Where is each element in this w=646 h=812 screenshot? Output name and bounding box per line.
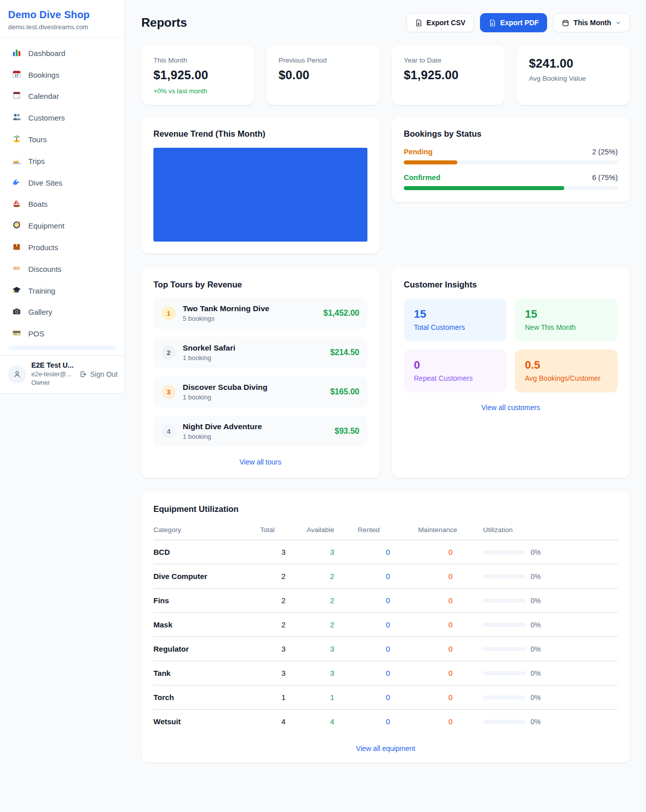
sidebar-item-label: Dashboard [28, 49, 65, 57]
tour-name: Discover Scuba Diving [183, 383, 267, 392]
tour-bookings: 5 bookings [183, 315, 270, 322]
tile-repeat-customers: 0 Repeat Customers [404, 350, 507, 392]
tour-amount: $93.50 [335, 427, 359, 436]
total-cell: 3 [260, 661, 307, 685]
table-row: Mask 2 2 0 0 0% [153, 613, 618, 637]
sidebar-item-dashboard[interactable]: Dashboard [4, 42, 121, 64]
tour-name: Two Tank Morning Dive [183, 304, 270, 313]
sidebar-item-training[interactable]: Training [4, 280, 121, 302]
total-cell: 3 [260, 637, 307, 661]
stat-card-avg-booking-value: $241.00 Avg Booking Value [517, 45, 630, 105]
tour-row[interactable]: 1 Two Tank Morning Dive 5 bookings $1,45… [153, 298, 367, 329]
tile-label: Total Customers [414, 323, 497, 331]
sidebar-item-partial-highlight[interactable] [8, 345, 117, 350]
table-row: Fins 2 2 0 0 0% [153, 589, 618, 613]
sidebar-item-equipment[interactable]: Equipment [4, 215, 121, 237]
sidebar-item-customers[interactable]: Customers [4, 107, 121, 129]
tile-label: New This Month [525, 323, 608, 331]
sidebar-item-pos[interactable]: POS [4, 323, 121, 344]
available-cell: 2 [307, 589, 358, 613]
sidebar-item-gallery[interactable]: Gallery [4, 302, 121, 323]
maintenance-cell: 0 [418, 589, 483, 613]
rank-badge: 1 [162, 306, 176, 320]
people-icon [12, 112, 21, 123]
period-dropdown[interactable]: This Month [553, 13, 630, 32]
wave-icon [12, 178, 21, 188]
stat-label: This Month [153, 56, 242, 64]
calendar-date-icon: 17 [12, 70, 21, 80]
maintenance-cell: 0 [418, 661, 483, 685]
sign-out-button[interactable]: Sign Out [79, 370, 118, 378]
sidebar-item-tours[interactable]: Tours [4, 129, 121, 150]
status-value: 2 (25%) [592, 148, 618, 156]
sidebar-item-dive-sites[interactable]: Dive Sites [4, 172, 121, 194]
available-cell: 3 [307, 637, 358, 661]
total-cell: 2 [260, 613, 307, 637]
column-header: Available [307, 522, 358, 540]
rented-cell: 0 [358, 589, 418, 613]
utilization-cell: 0% [483, 548, 618, 556]
stat-card-previous-period: Previous Period $0.00 [266, 45, 380, 105]
tile-value: 0.5 [525, 359, 608, 372]
stat-card-this-month: This Month $1,925.00 +0% vs last month [141, 45, 254, 105]
stat-value: $1,925.00 [404, 68, 493, 82]
sidebar-nav: Dashboard 17 Bookings Calendar Customers… [0, 38, 125, 350]
customer-insights-card: Customer Insights 15 Total Customers 15 … [392, 268, 630, 478]
tour-bookings: 1 booking [183, 354, 235, 362]
view-all-customers-link[interactable]: View all customers [404, 403, 618, 412]
top-tours-card: Top Tours by Revenue 1 Two Tank Morning … [141, 268, 380, 478]
utilization-cell: 0% [483, 621, 618, 629]
person-icon [13, 370, 22, 379]
export-pdf-button[interactable]: Export PDF [480, 13, 547, 32]
tile-value: 15 [525, 308, 608, 321]
tile-value: 15 [414, 308, 497, 321]
stat-cards: This Month $1,925.00 +0% vs last month P… [141, 45, 630, 105]
available-cell: 2 [307, 564, 358, 589]
available-cell: 1 [307, 685, 358, 710]
bookings-by-status-card: Bookings by Status Pending 2 (25%) Confi… [392, 117, 630, 202]
tour-row[interactable]: 3 Discover Scuba Diving 1 booking $165.0… [153, 376, 367, 408]
utilization-bar [483, 623, 525, 627]
equipment-utilization-card: Equipment Utilization Category Total Ava… [141, 492, 630, 763]
stat-value: $241.00 [529, 56, 618, 71]
tour-amount: $1,452.00 [324, 309, 359, 318]
maintenance-cell: 0 [418, 685, 483, 710]
revenue-trend-card: Revenue Trend (This Month) [141, 117, 380, 254]
sidebar-item-label: POS [28, 329, 44, 338]
sidebar-item-trips[interactable]: Trips [4, 150, 121, 172]
island-icon [12, 134, 21, 145]
customer-insights-title: Customer Insights [404, 280, 618, 289]
rank-badge: 4 [162, 424, 176, 438]
sidebar-item-label: Products [28, 243, 58, 252]
column-header: Maintenance [418, 522, 483, 540]
table-header-row: Category Total Available Rented Maintena… [153, 522, 618, 540]
tile-new-this-month: 15 New This Month [515, 299, 618, 341]
user-name: E2E Test U... [31, 361, 74, 370]
stat-label: Avg Booking Value [529, 75, 618, 82]
sidebar-item-boats[interactable]: Boats [4, 194, 121, 215]
total-cell: 4 [260, 710, 307, 734]
sidebar-item-label: Calendar [28, 92, 59, 100]
category-cell: Torch [153, 685, 260, 710]
sidebar-item-bookings[interactable]: 17 Bookings [4, 64, 121, 86]
utilization-value: 0% [530, 718, 541, 726]
svg-text:17: 17 [15, 73, 19, 78]
sidebar-item-label: Discounts [28, 265, 62, 273]
utilization-bar [483, 550, 525, 554]
sidebar-item-products[interactable]: Products [4, 237, 121, 258]
sidebar-item-calendar[interactable]: Calendar [4, 86, 121, 107]
total-cell: 3 [260, 540, 307, 564]
maintenance-cell: 0 [418, 540, 483, 564]
category-cell: Mask [153, 613, 260, 637]
sidebar-item-discounts[interactable]: Discounts [4, 258, 121, 280]
tour-row[interactable]: 4 Night Dive Adventure 1 booking $93.50 [153, 416, 367, 447]
stat-card-year-to-date: Year to Date $1,925.00 [392, 45, 505, 105]
utilization-value: 0% [530, 548, 541, 556]
sign-out-label: Sign Out [90, 370, 118, 378]
tour-amount: $165.00 [330, 387, 359, 396]
export-csv-button[interactable]: Export CSV [406, 13, 474, 32]
view-all-equipment-link[interactable]: View all equipment [153, 744, 618, 752]
view-all-tours-link[interactable]: View all tours [153, 458, 367, 466]
rented-cell: 0 [358, 540, 418, 564]
tour-row[interactable]: 2 Snorkel Safari 1 booking $214.50 [153, 337, 367, 368]
